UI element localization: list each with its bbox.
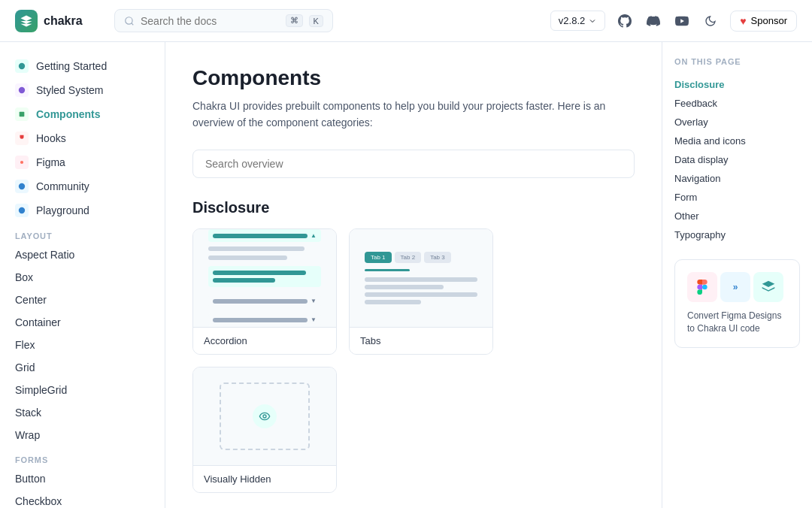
hooks-label: Hooks	[36, 132, 66, 144]
sidebar-item-checkbox[interactable]: Checkbox	[0, 490, 165, 508]
sidebar-item-flex[interactable]: Flex	[0, 334, 165, 356]
tabs-label: Tabs	[350, 327, 492, 354]
sidebar-item-container[interactable]: Container	[0, 311, 165, 334]
accordion-card[interactable]: ▲ ▼	[192, 228, 337, 355]
sidebar-item-figma[interactable]: Figma	[0, 150, 165, 174]
theme-toggle-icon[interactable]	[700, 11, 721, 32]
header-icons	[614, 11, 721, 32]
sidebar-item-community[interactable]: Community	[0, 174, 165, 198]
layout-section-label: LAYOUT	[0, 222, 165, 243]
discord-icon[interactable]	[643, 11, 664, 32]
search-input[interactable]	[141, 15, 280, 27]
svg-rect-3	[20, 112, 25, 117]
search-icon	[124, 16, 135, 26]
playground-dot	[15, 204, 29, 217]
chevron-down-icon	[588, 17, 597, 26]
forms-section-label: FORMS	[0, 446, 165, 467]
styled-system-dot	[15, 83, 29, 97]
youtube-icon[interactable]	[671, 11, 692, 32]
accordion-label: Accordion	[193, 327, 336, 354]
visually-hidden-label: Visually Hidden	[193, 465, 336, 492]
components-dot	[15, 107, 29, 121]
styled-system-label: Styled System	[36, 84, 103, 96]
community-label: Community	[36, 180, 89, 192]
svg-point-6	[19, 207, 25, 213]
sidebar-item-styled-system[interactable]: Styled System	[0, 78, 165, 102]
toc-link-overlay[interactable]: Overlay	[674, 113, 800, 132]
svg-point-1	[19, 63, 25, 69]
getting-started-dot	[15, 59, 29, 73]
header: chakra ⌘ K v2.8.2	[0, 0, 812, 42]
body: Getting Started Styled System Components…	[0, 42, 812, 508]
components-label: Components	[36, 108, 101, 120]
toc-link-typography[interactable]: Typography	[674, 225, 800, 244]
svg-point-0	[126, 17, 132, 23]
tabs-preview: Tab 1 Tab 2 Tab 3	[350, 229, 492, 327]
sidebar-item-wrap[interactable]: Wrap	[0, 424, 165, 446]
arrow-right-icon: »	[720, 272, 750, 302]
sidebar-item-stack[interactable]: Stack	[0, 401, 165, 424]
page-description: Chakra UI provides prebuilt components t…	[192, 98, 635, 132]
eye-icon	[253, 404, 277, 428]
sponsor-button[interactable]: ♥ Sponsor	[730, 11, 797, 32]
svg-point-2	[19, 87, 25, 93]
sidebar-item-playground[interactable]: Playground	[0, 198, 165, 222]
sidebar-item-center[interactable]: Center	[0, 289, 165, 311]
figma-label: Figma	[36, 156, 65, 168]
logo-icon	[15, 10, 38, 32]
sidebar-item-button[interactable]: Button	[0, 467, 165, 490]
kbd-cmd: ⌘	[286, 14, 303, 27]
playground-label: Playground	[36, 204, 89, 216]
app-container: chakra ⌘ K v2.8.2	[0, 0, 812, 508]
disclosure-cards-grid: ▲ ▼	[192, 228, 635, 493]
page-title: Components	[192, 66, 635, 90]
community-dot	[15, 180, 29, 193]
sidebar-item-box[interactable]: Box	[0, 266, 165, 289]
sidebar-item-hooks[interactable]: Hooks	[0, 126, 165, 150]
sponsor-label: Sponsor	[751, 15, 787, 26]
chakra-logo-icon	[753, 272, 783, 302]
version-button[interactable]: v2.8.2	[550, 11, 605, 31]
sidebar-item-components[interactable]: Components	[0, 102, 165, 126]
vh-preview	[193, 367, 336, 465]
search-overview-input[interactable]	[192, 150, 635, 178]
sidebar: Getting Started Styled System Components…	[0, 42, 165, 508]
convert-card-text: Convert Figma Designs to Chakra UI code	[687, 310, 787, 335]
sidebar-item-simplegrid[interactable]: SimpleGrid	[0, 379, 165, 401]
toc-link-data-display[interactable]: Data display	[674, 150, 800, 169]
figma-logo-icon	[687, 272, 717, 302]
github-icon[interactable]	[614, 11, 635, 32]
toc-link-media-icons[interactable]: Media and icons	[674, 132, 800, 150]
toc-link-other[interactable]: Other	[674, 207, 800, 225]
convert-icons: »	[687, 272, 787, 302]
disclosure-section-title: Disclosure	[192, 199, 635, 216]
sidebar-item-getting-started[interactable]: Getting Started	[0, 54, 165, 78]
toc-link-navigation[interactable]: Navigation	[674, 169, 800, 188]
heart-icon: ♥	[740, 15, 746, 27]
logo[interactable]: chakra	[15, 10, 105, 32]
svg-point-7	[263, 415, 266, 418]
hooks-dot	[15, 132, 29, 145]
svg-point-4	[20, 161, 23, 164]
right-sidebar: ON THIS PAGE Disclosure Feedback Overlay…	[662, 42, 812, 508]
toc-link-disclosure[interactable]: Disclosure	[674, 75, 800, 94]
figma-dot	[15, 156, 29, 169]
kbd-k: K	[309, 15, 323, 27]
accordion-preview: ▲ ▼	[193, 229, 336, 327]
logo-text: chakra	[44, 14, 83, 28]
toc-link-form[interactable]: Form	[674, 188, 800, 207]
toc-heading: ON THIS PAGE	[674, 57, 800, 66]
svg-point-5	[19, 183, 25, 189]
version-label: v2.8.2	[559, 15, 585, 26]
search-bar[interactable]: ⌘ K	[114, 9, 333, 32]
main-content: Components Chakra UI provides prebuilt c…	[165, 42, 662, 508]
tabs-card[interactable]: Tab 1 Tab 2 Tab 3	[349, 228, 493, 355]
visually-hidden-card[interactable]: Visually Hidden	[192, 367, 337, 493]
sidebar-item-aspect-ratio[interactable]: Aspect Ratio	[0, 243, 165, 266]
convert-figma-card[interactable]: » Convert Figma Designs to Chakra UI cod…	[674, 259, 800, 348]
toc-link-feedback[interactable]: Feedback	[674, 94, 800, 113]
getting-started-label: Getting Started	[36, 60, 107, 72]
sidebar-item-grid[interactable]: Grid	[0, 356, 165, 379]
